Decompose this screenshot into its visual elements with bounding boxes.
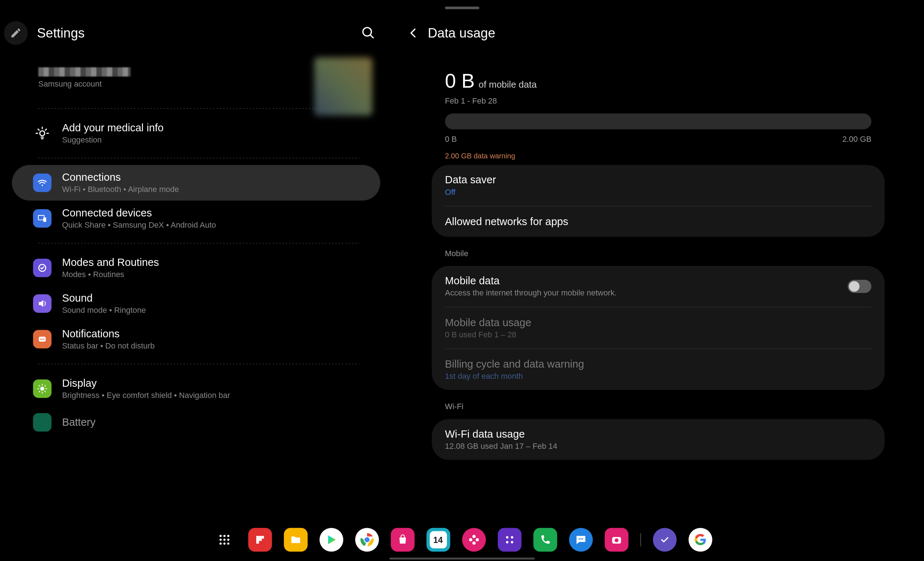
svg-point-47 — [506, 536, 508, 539]
usage-min-label: 0 B — [445, 135, 457, 144]
battery-row[interactable]: Battery — [12, 407, 380, 438]
settings-title: Settings — [37, 25, 84, 40]
wifi-data-usage-row[interactable]: Wi-Fi data usage 12.08 GB used Jan 17 – … — [432, 419, 885, 459]
search-button[interactable] — [355, 20, 381, 46]
usage-summary: 0 B of mobile data Feb 1 - Feb 28 0 B 2.… — [392, 46, 924, 160]
home-indicator[interactable] — [390, 558, 534, 560]
svg-point-29 — [227, 535, 229, 537]
chevron-left-icon — [407, 26, 420, 40]
galaxy-store-app-icon[interactable] — [390, 528, 414, 552]
data-saver-row[interactable]: Data saver Off — [432, 165, 885, 206]
svg-point-28 — [223, 535, 225, 537]
allowed-networks-row[interactable]: Allowed networks for apps — [445, 206, 872, 237]
mobile-data-toggle[interactable] — [848, 280, 871, 293]
svg-line-26 — [45, 385, 45, 386]
svg-point-32 — [227, 539, 229, 541]
wifi-icon — [33, 174, 51, 192]
display-row[interactable]: Display Brightness • Eye comfort shield … — [12, 371, 380, 407]
flower-icon — [467, 533, 480, 546]
app-drawer-button[interactable] — [212, 528, 236, 552]
modes-sub: Modes • Routines — [62, 270, 159, 279]
samsung-account-row[interactable]: Samsung account — [0, 48, 392, 102]
svg-point-30 — [219, 539, 221, 541]
svg-point-45 — [476, 538, 478, 542]
check-icon — [658, 534, 670, 546]
connections-title: Connections — [62, 172, 179, 184]
grid-dots-icon — [502, 533, 516, 547]
billing-cycle-row[interactable]: Billing cycle and data warning 1st day o… — [445, 349, 872, 390]
back-button[interactable] — [403, 22, 424, 43]
svg-point-10 — [42, 185, 43, 186]
svg-line-6 — [38, 129, 39, 130]
svg-rect-12 — [44, 218, 46, 222]
devices-icon — [33, 209, 51, 227]
notifications-row[interactable]: Notifications Status bar • Do not distur… — [12, 322, 380, 357]
data-saver-card: Data saver Off Allowed networks for apps — [432, 165, 885, 237]
medical-info-row[interactable]: Add your medical info Suggestion — [12, 115, 380, 151]
mobile-data-usage-row[interactable]: Mobile data usage 0 B used Feb 1 – 28 — [445, 307, 872, 348]
svg-point-18 — [40, 387, 44, 391]
svg-line-25 — [39, 391, 40, 392]
google-app-icon[interactable] — [688, 528, 712, 552]
svg-point-2 — [40, 131, 45, 136]
chat-icon — [574, 533, 587, 546]
svg-point-42 — [472, 535, 476, 538]
connections-row[interactable]: Connections Wi-Fi • Bluetooth • Airplane… — [12, 165, 380, 200]
notifications-title: Notifications — [62, 328, 155, 340]
data-saver-title: Data saver — [445, 174, 872, 186]
avatar[interactable] — [314, 57, 372, 115]
account-name-redacted — [38, 67, 130, 77]
app-drawer-icon — [218, 533, 231, 546]
modes-icon — [33, 259, 51, 277]
voice-recorder-app-icon[interactable] — [497, 528, 521, 552]
gallery-app-icon[interactable] — [462, 528, 486, 552]
svg-line-24 — [45, 391, 45, 392]
recent-app-1-icon[interactable] — [652, 528, 676, 552]
svg-point-48 — [510, 536, 513, 539]
divider — [38, 158, 359, 159]
battery-title: Battery — [62, 416, 96, 428]
flipboard-icon — [253, 533, 266, 546]
divider — [38, 243, 359, 244]
search-icon — [361, 25, 375, 40]
wifi-card: Wi-Fi data usage 12.08 GB used Jan 17 – … — [432, 419, 885, 459]
pencil-icon — [10, 27, 22, 39]
svg-point-16 — [42, 338, 43, 340]
svg-point-50 — [510, 541, 513, 543]
divider — [38, 364, 359, 364]
play-icon — [324, 533, 338, 546]
camera-app-icon[interactable] — [604, 528, 628, 552]
display-title: Display — [62, 377, 230, 389]
lightbulb-icon — [33, 124, 51, 142]
folder-icon — [289, 533, 302, 546]
mobile-data-row[interactable]: Mobile data Access the internet through … — [432, 266, 885, 307]
edit-button[interactable] — [4, 21, 28, 45]
wifi-data-usage-sub: 12.08 GB used Jan 17 – Feb 14 — [445, 441, 872, 451]
sound-row[interactable]: Sound Sound mode • Ringtone — [12, 286, 380, 322]
chrome-icon — [359, 532, 375, 548]
medical-sub: Suggestion — [62, 135, 164, 145]
medical-title: Add your medical info — [62, 122, 164, 134]
flipboard-app-icon[interactable] — [248, 528, 272, 552]
billing-cycle-title: Billing cycle and data warning — [445, 358, 872, 370]
modes-routines-row[interactable]: Modes and Routines Modes • Routines — [12, 250, 380, 286]
data-saver-status: Off — [445, 187, 872, 197]
svg-point-55 — [614, 538, 618, 542]
messages-app-icon[interactable] — [569, 528, 592, 552]
play-store-app-icon[interactable] — [319, 528, 343, 552]
divider — [38, 108, 359, 109]
svg-rect-36 — [256, 536, 259, 543]
mobile-data-usage-sub: 0 B used Feb 1 – 28 — [445, 330, 872, 340]
connected-devices-row[interactable]: Connected devices Quick Share • Samsung … — [12, 200, 380, 236]
svg-rect-38 — [261, 536, 264, 539]
calendar-app-icon[interactable]: 14 — [426, 528, 450, 552]
taskbar-divider — [640, 533, 640, 546]
files-app-icon[interactable] — [284, 528, 308, 552]
usage-amount-value: 0 B — [445, 70, 475, 92]
wifi-data-usage-title: Wi-Fi data usage — [445, 428, 872, 440]
chrome-app-icon[interactable] — [355, 528, 379, 552]
phone-app-icon[interactable] — [533, 528, 557, 552]
notifications-sub: Status bar • Do not disturb — [62, 341, 155, 351]
svg-point-15 — [40, 338, 41, 340]
sound-icon — [33, 295, 51, 313]
